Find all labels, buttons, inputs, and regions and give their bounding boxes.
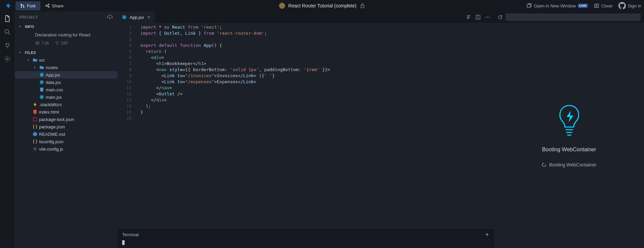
plug-icon bbox=[4, 42, 11, 49]
svg-rect-5 bbox=[595, 4, 599, 7]
css-icon bbox=[39, 87, 44, 92]
info-section-header[interactable]: INFO bbox=[15, 23, 117, 30]
svg-point-33 bbox=[485, 17, 486, 18]
folder-routes[interactable]: routes bbox=[15, 64, 117, 71]
main-area: PROJECT INFO Declarative routing for Rea… bbox=[0, 11, 644, 248]
add-terminal-icon[interactable] bbox=[485, 232, 489, 237]
react-icon bbox=[122, 14, 127, 20]
share-button[interactable]: Share bbox=[42, 1, 67, 10]
editor-tabs: App.jsx bbox=[117, 11, 494, 23]
file-label: index.html bbox=[39, 110, 59, 115]
activity-ports[interactable] bbox=[4, 42, 11, 49]
file-label: main.jsx bbox=[46, 95, 62, 100]
eye-icon bbox=[35, 41, 40, 45]
bolt-logo-icon[interactable] bbox=[3, 0, 14, 11]
file-label: README.md bbox=[39, 132, 65, 137]
folder-icon bbox=[39, 65, 44, 70]
file-readme[interactable]: i README.md bbox=[15, 130, 117, 138]
file-label: tsconfig.json bbox=[39, 139, 63, 144]
views-count: 7.0k bbox=[41, 41, 49, 45]
boot-title: Booting WebContainer bbox=[542, 147, 596, 153]
address-bar[interactable] bbox=[506, 13, 641, 21]
split-editor-icon[interactable] bbox=[475, 14, 481, 20]
file-stackblitzrc[interactable]: .stackblitzrc bbox=[15, 101, 117, 108]
file-package-json[interactable]: package.json bbox=[15, 123, 117, 130]
file-data-jsx[interactable]: data.jsx bbox=[15, 79, 117, 86]
signin-button[interactable]: Sign in bbox=[618, 2, 641, 9]
svg-point-9 bbox=[56, 41, 57, 42]
bolt-file-icon bbox=[32, 102, 38, 107]
svg-text:i: i bbox=[35, 133, 35, 136]
chevron-down-icon bbox=[18, 51, 23, 55]
json-lock-icon bbox=[32, 117, 38, 122]
views-stat: 7.0k bbox=[35, 41, 49, 45]
file-main-jsx[interactable]: main.jsx bbox=[15, 93, 117, 101]
files-label: FILES bbox=[25, 51, 36, 55]
react-icon bbox=[39, 94, 44, 100]
svg-point-1 bbox=[48, 4, 49, 5]
lock-icon[interactable] bbox=[360, 3, 365, 8]
tab-app-jsx[interactable]: App.jsx bbox=[117, 11, 155, 23]
forks-count: 249 bbox=[61, 41, 68, 45]
live-badge: LIVE bbox=[578, 4, 588, 8]
new-window-icon bbox=[527, 3, 532, 8]
search-icon bbox=[4, 28, 11, 36]
terminal-body[interactable] bbox=[117, 240, 494, 248]
chevron-right-icon bbox=[33, 65, 38, 69]
chevron-down-icon bbox=[18, 25, 23, 29]
file-main-css[interactable]: main.css bbox=[15, 86, 117, 93]
avatar[interactable] bbox=[279, 3, 285, 9]
scrollbar[interactable] bbox=[489, 23, 494, 229]
svg-rect-4 bbox=[527, 4, 530, 7]
signin-label: Sign in bbox=[628, 3, 641, 8]
folder-icon bbox=[32, 57, 38, 63]
cloud-download-icon[interactable] bbox=[107, 14, 113, 20]
file-app-jsx[interactable]: App.jsx bbox=[15, 71, 117, 79]
lightbulb-bolt-icon bbox=[557, 103, 581, 137]
terminal-panel: Terminal bbox=[117, 229, 494, 248]
info-label: INFO bbox=[25, 25, 34, 29]
file-vite-config[interactable]: vite.config.js bbox=[15, 145, 117, 153]
chevron-down-icon bbox=[26, 58, 31, 62]
code-editor[interactable]: 12345678910111213141516 import * as Reac… bbox=[117, 23, 494, 229]
file-label: main.css bbox=[46, 87, 63, 92]
svg-point-35 bbox=[489, 17, 490, 18]
close-button[interactable]: Close bbox=[594, 3, 612, 8]
files-section-header[interactable]: FILES bbox=[15, 49, 117, 56]
file-package-lock[interactable]: package-lock.json bbox=[15, 116, 117, 123]
close-icon[interactable] bbox=[147, 15, 151, 19]
project-title[interactable]: React Router Tutorial (complete) bbox=[288, 3, 356, 8]
terminal-header: Terminal bbox=[117, 229, 494, 240]
folder-src[interactable]: src bbox=[15, 56, 117, 64]
forks-stat: 249 bbox=[55, 41, 68, 45]
reload-icon[interactable] bbox=[498, 14, 503, 20]
format-icon[interactable] bbox=[466, 14, 471, 20]
file-label: App.jsx bbox=[46, 72, 60, 78]
editor-actions bbox=[462, 11, 494, 23]
boot-status-row: Booting WebContainer bbox=[542, 162, 597, 167]
file-label: src bbox=[39, 58, 45, 63]
activity-explorer[interactable] bbox=[4, 15, 11, 22]
code-content[interactable]: import * as React from 'react';import { … bbox=[138, 23, 489, 229]
boot-status: Booting WebContainer bbox=[549, 162, 597, 167]
file-label: vite.config.js bbox=[39, 147, 63, 152]
fork-small-icon bbox=[55, 41, 59, 45]
svg-point-11 bbox=[57, 44, 58, 45]
svg-point-27 bbox=[34, 148, 36, 150]
terminal-label[interactable]: Terminal bbox=[122, 232, 139, 237]
file-tsconfig[interactable]: tsconfig.json bbox=[15, 138, 117, 145]
activity-search[interactable] bbox=[4, 28, 11, 36]
svg-rect-3 bbox=[361, 5, 364, 8]
more-icon[interactable] bbox=[485, 14, 490, 20]
file-index-html[interactable]: index.html bbox=[15, 108, 117, 116]
react-icon bbox=[39, 72, 44, 78]
svg-point-6 bbox=[5, 30, 9, 33]
svg-point-2 bbox=[48, 6, 49, 8]
open-new-window-button[interactable]: Open in New Window LIVE bbox=[527, 3, 588, 8]
preview-body: Booting WebContainer Booting WebContaine… bbox=[494, 23, 644, 248]
files-icon bbox=[4, 15, 11, 22]
file-label: .stackblitzrc bbox=[39, 102, 62, 107]
activity-settings[interactable] bbox=[4, 55, 11, 63]
fork-button[interactable]: Fork bbox=[15, 1, 40, 10]
close-label: Close bbox=[601, 3, 612, 8]
